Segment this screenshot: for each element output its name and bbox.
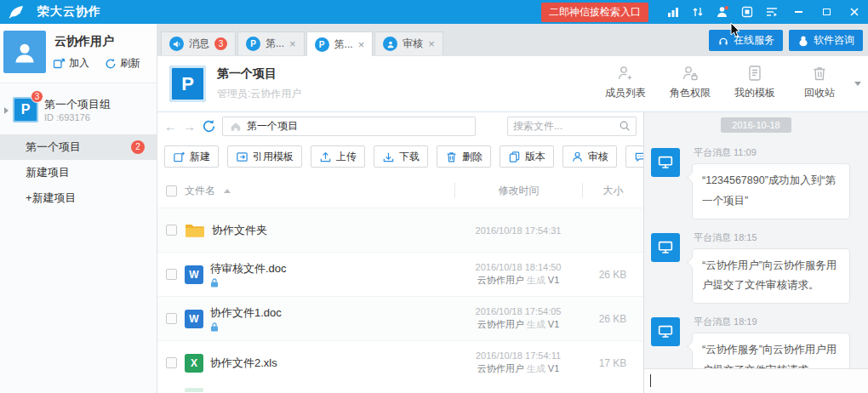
service-buttons: 在线服务 软件咨询 bbox=[709, 30, 863, 51]
maximize-icon[interactable] bbox=[818, 4, 835, 20]
column-name[interactable]: 文件名 bbox=[185, 184, 215, 198]
version-icon bbox=[508, 151, 521, 163]
header-action-button[interactable]: 角色权限 bbox=[665, 64, 715, 100]
tab-close-icon[interactable]: × bbox=[358, 39, 365, 50]
sidebar-project-item[interactable]: +新建项目 bbox=[0, 185, 157, 211]
row-checkbox[interactable] bbox=[166, 269, 177, 280]
message-bubble: “云协作服务”向云协作用户用户提交了文件审核请求。 bbox=[692, 333, 850, 368]
file-name[interactable]: 协作文件1.doc bbox=[210, 305, 282, 321]
join-button[interactable]: 加入 bbox=[53, 56, 89, 71]
app-box-icon[interactable] bbox=[740, 5, 754, 19]
user-name: 云协作用户 bbox=[54, 34, 114, 49]
sort-arrows-icon[interactable] bbox=[691, 5, 705, 19]
file-toolbar: 新建 引用模板 上传 bbox=[157, 140, 643, 174]
toolbar-button[interactable]: 审核 bbox=[562, 145, 617, 168]
stats-icon[interactable] bbox=[666, 5, 680, 19]
platform-message: 平台消息 11:09 “1234567890”成功加入到“第一个项目” bbox=[644, 146, 868, 219]
forward-button[interactable]: → bbox=[183, 120, 196, 133]
file-row[interactable]: X 协作文件2.xls 2016/10/18 17:54:11 云协作用户 生成… bbox=[157, 340, 643, 384]
review-tab-icon bbox=[383, 37, 397, 51]
select-all-checkbox[interactable] bbox=[166, 185, 177, 196]
project-tab-icon: P bbox=[315, 37, 329, 52]
app-title: 荣大云协作 bbox=[37, 4, 101, 20]
tab-close-icon[interactable]: × bbox=[428, 38, 435, 49]
tab-label: 第... bbox=[266, 37, 284, 51]
tabs: 消息 3 P 第... × P 第... × bbox=[161, 31, 443, 56]
file-name[interactable]: 待审核文件.doc bbox=[210, 261, 287, 276]
search-input[interactable] bbox=[513, 120, 619, 132]
modified-time: 2016/10/18 17:54:05 bbox=[454, 306, 582, 316]
tab[interactable]: P 第... × bbox=[306, 31, 374, 56]
text-caret bbox=[650, 374, 651, 387]
penguin-icon bbox=[797, 35, 809, 47]
message-sender-time: 平台消息 18:19 bbox=[694, 316, 859, 328]
sidebar-project-item[interactable]: 第一个项目 2 bbox=[0, 134, 157, 160]
home-icon bbox=[230, 121, 242, 132]
user-notification-icon[interactable] bbox=[716, 5, 729, 19]
minimize-icon[interactable] bbox=[790, 4, 807, 20]
excel-file-icon: X bbox=[185, 354, 203, 373]
member-list-icon bbox=[616, 64, 635, 83]
message-bubble: “云协作用户”向云协作服务用户提交了文件审核请求。 bbox=[692, 248, 850, 305]
file-size: 26 KB bbox=[599, 269, 627, 281]
menu-list-icon[interactable] bbox=[765, 5, 779, 19]
file-search[interactable] bbox=[507, 117, 637, 136]
delete-icon bbox=[445, 151, 458, 163]
tab[interactable]: 消息 3 bbox=[161, 31, 236, 55]
toolbar-button[interactable]: 版本 bbox=[500, 145, 554, 168]
message-input[interactable] bbox=[643, 368, 868, 393]
join-icon bbox=[53, 57, 66, 70]
toolbar-button[interactable]: 下载 bbox=[374, 145, 428, 168]
project-header: P 第一个项目 管理员:云协作用户 成员列表 角色权限 bbox=[157, 56, 868, 112]
refresh-files-button[interactable] bbox=[202, 119, 216, 134]
row-checkbox[interactable] bbox=[166, 225, 177, 236]
refresh-user-button[interactable]: 刷新 bbox=[105, 56, 140, 71]
promo-entry-button[interactable]: 二郎神信披检索入口 bbox=[541, 3, 648, 22]
toolbar-button[interactable]: 上传 bbox=[311, 145, 365, 168]
file-name[interactable]: 协作文件2.xls bbox=[210, 356, 277, 371]
tab[interactable]: 审核 × bbox=[374, 31, 443, 55]
column-size[interactable]: 大小 bbox=[582, 183, 643, 198]
toolbar-button[interactable]: 引用模板 bbox=[227, 145, 302, 168]
back-button[interactable]: ← bbox=[164, 120, 177, 133]
file-row[interactable]: W 协作文件1.doc 2016/10/18 17:54:05 云协作用户 生成 bbox=[157, 296, 643, 340]
modified-by: 云协作用户 生成 V1 bbox=[454, 318, 582, 331]
sort-asc-icon[interactable] bbox=[224, 189, 231, 193]
file-name[interactable]: 协作文件夹 bbox=[212, 223, 267, 238]
collapse-caret-icon[interactable] bbox=[4, 107, 9, 114]
service-button[interactable]: 软件咨询 bbox=[789, 30, 863, 51]
tab-label: 消息 bbox=[189, 37, 209, 51]
modified-time: 2016/10/18 17:54:31 bbox=[454, 225, 582, 236]
file-row[interactable]: 协作文件夹 2016/10/18 17:54:31 bbox=[157, 208, 643, 252]
toolbar-button[interactable]: 删除 bbox=[437, 145, 491, 168]
sidebar-project-item[interactable]: 新建项目 bbox=[0, 160, 157, 185]
project-group-item[interactable]: P 3 第一个项目组 ID :693176 bbox=[0, 90, 157, 134]
column-modified[interactable]: 修改时间 bbox=[454, 183, 582, 198]
close-icon[interactable] bbox=[846, 4, 863, 20]
role-permission-icon bbox=[681, 64, 700, 83]
platform-message: 平台消息 18:15 “云协作用户”向云协作服务用户提交了文件审核请求。 bbox=[644, 231, 868, 305]
chevron-down-icon[interactable] bbox=[854, 82, 861, 86]
tab-close-icon[interactable]: × bbox=[289, 38, 296, 49]
row-checkbox[interactable] bbox=[166, 313, 177, 324]
date-divider: 2016-10-18 bbox=[721, 117, 791, 133]
header-action-button[interactable]: 我的模板 bbox=[730, 64, 779, 100]
service-button[interactable]: 在线服务 bbox=[709, 30, 783, 51]
toolbar-button[interactable]: 新建 bbox=[164, 145, 219, 168]
file-row[interactable]: W 待审核文件.doc 2016/10/18 18:14:50 云协作用户 生成 bbox=[157, 252, 643, 296]
row-checkbox[interactable] bbox=[166, 357, 177, 368]
modified-time: 2016/10/18 17:54:11 bbox=[454, 350, 582, 361]
lock-icon bbox=[210, 278, 287, 288]
breadcrumb[interactable]: 第一个项目 bbox=[222, 117, 476, 136]
message-panel: 2016-10-18 平台消息 11:09 “1234567890”成功加入到“… bbox=[643, 112, 868, 368]
tab[interactable]: P 第... × bbox=[237, 31, 305, 55]
modified-by: 云协作用户 生成 V1 bbox=[454, 362, 582, 375]
file-size: 17 KB bbox=[599, 357, 627, 369]
file-rows: 协作文件夹 2016/10/18 17:54:31 W bbox=[157, 208, 643, 384]
file-row-partial bbox=[185, 388, 203, 392]
word-file-icon: W bbox=[185, 310, 203, 328]
user-card: 云协作用户 加入 刷新 bbox=[0, 24, 157, 83]
search-icon[interactable] bbox=[619, 120, 631, 132]
header-action-button[interactable]: 成员列表 bbox=[601, 64, 650, 100]
header-action-button[interactable]: 回收站 bbox=[795, 64, 844, 100]
